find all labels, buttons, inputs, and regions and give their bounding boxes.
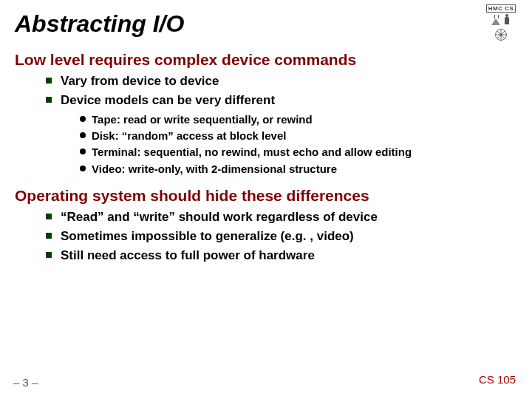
list-item: Still need access to full power of hardw… — [46, 248, 517, 265]
list-item: Device models can be very different Tape… — [46, 92, 517, 177]
list-item: Sometimes impossible to generalize (e.g.… — [46, 228, 517, 245]
section-1-list: Vary from device to device Device models… — [46, 73, 517, 177]
logo-row — [491, 14, 511, 26]
logo-label: HMC CS — [486, 4, 516, 13]
list-item: Vary from device to device — [46, 73, 517, 90]
course-logo: HMC CS — [479, 4, 523, 49]
sub-list-item: Terminal: sequential, no rewind, must ec… — [80, 145, 517, 160]
slide-number: – 3 – — [13, 376, 38, 389]
slide: HMC CS Abstracting I/O Low level require… — [0, 0, 532, 399]
list-item-text: “Read” and “write” should work regardles… — [61, 210, 378, 224]
list-item-text: Sometimes impossible to generalize (e.g.… — [61, 229, 354, 243]
sub-list-item: Tape: read or write sequentially, or rew… — [80, 112, 517, 127]
sub-list: Tape: read or write sequentially, or rew… — [80, 112, 517, 177]
slide-title: Abstracting I/O — [15, 10, 517, 38]
section-heading-2: Operating system should hide these diffe… — [15, 187, 517, 205]
gear-icon — [494, 27, 508, 42]
sub-list-item: Video: write-only, with 2-dimensional st… — [80, 162, 517, 177]
flask-icon — [491, 15, 500, 25]
list-item-text: Vary from device to device — [61, 74, 219, 88]
list-item-text: Still need access to full power of hardw… — [61, 248, 315, 262]
list-item: “Read” and “write” should work regardles… — [46, 209, 517, 226]
section-heading-1: Low level requires complex device comman… — [15, 51, 517, 69]
sub-list-item: Disk: “random” access at block level — [80, 129, 517, 143]
course-code: CS 105 — [479, 373, 516, 386]
list-item-text: Device models can be very different — [61, 93, 275, 107]
section-2-list: “Read” and “write” should work regardles… — [46, 209, 517, 265]
person-icon — [503, 14, 511, 26]
